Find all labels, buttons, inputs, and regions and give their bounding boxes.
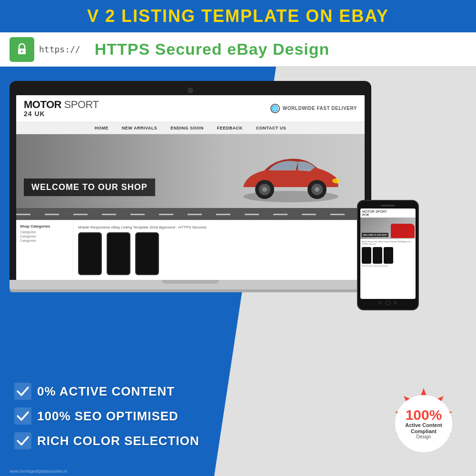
https-secured-text: HTTPS Secured eBay Design (95, 40, 330, 59)
watermark: www.heritagedigitalassistée.re (10, 469, 67, 474)
phone-img-3 (135, 232, 159, 275)
feature-text-3: RICH COLOR SELECTION (37, 434, 199, 448)
svg-point-5 (262, 187, 267, 192)
laptop-notch (188, 88, 193, 93)
laptop-base (10, 280, 371, 289)
phone-mini-2 (373, 247, 382, 264)
badge-percent: 100% (406, 408, 442, 422)
svg-point-1 (21, 50, 23, 52)
main-area: MOTOR SPORT 24 UK 🌐 WORLDWIDE FAST DELIV… (0, 67, 476, 476)
feature-2: 100% SEO OPTIMISED (14, 407, 199, 425)
phone: MOTOR SPORT 24 UK WELCOME TO OUR SHOP Mo… (357, 200, 419, 310)
badge-line1: Active Content (405, 422, 442, 428)
badge-container: 100% Active Content Compliant Design (386, 386, 462, 462)
phone-extra-text: Mobile Responsive eBay Listing Template (362, 265, 414, 267)
features-list: 0% ACTIVE CONTENT 100% SEO OPTIMISED RIC… (14, 383, 199, 457)
motor-text: MOTOR (24, 99, 61, 110)
phone-speaker (381, 205, 395, 207)
phone-hero: WELCOME TO OUR SHOP (360, 218, 416, 239)
nav-new-arrivals[interactable]: NEW ARRIVALS (115, 122, 164, 134)
site-categories: Shop Categories Categories Categories Ca… (16, 220, 73, 280)
categories-title: Shop Categories (20, 224, 69, 228)
badge-inner: 100% Active Content Compliant Design (395, 395, 452, 452)
phone-content: Mobile Responsive eBay Listing Template … (360, 239, 416, 268)
checkmark-icon-3 (14, 432, 31, 449)
phone-main-text: Mobile Responsive eBay Listing Template … (362, 240, 414, 245)
main-content-text: Mobile Responsive eBay Listing Template … (78, 225, 360, 229)
badge-line3: Design (416, 434, 431, 439)
nav-contact-us[interactable]: CONTACT US (249, 122, 293, 134)
header-title-text: V 2 LISTING TEMPLATE ON EBAY (87, 6, 389, 26)
laptop-screen-outer: MOTOR SPORT 24 UK 🌐 WORLDWIDE FAST DELIV… (10, 81, 371, 280)
phone-mini-3 (384, 247, 393, 264)
phone-mockup: MOTOR SPORT 24 UK WELCOME TO OUR SHOP Mo… (357, 200, 419, 310)
checkmark-icon-2 (14, 407, 31, 425)
checkmark-icon-1 (14, 383, 31, 400)
globe-icon: 🌐 (270, 104, 280, 113)
site-logo: MOTOR SPORT 24 UK (24, 99, 99, 118)
svg-point-8 (315, 187, 319, 192)
phone-bottom-bar (360, 300, 416, 306)
page-title: V 2 LISTING TEMPLATE ON EBAY (87, 6, 389, 26)
phone-img-1 (78, 232, 102, 275)
site-nav: HOME NEW ARRIVALS ENDING SOON FEEDBACK C… (16, 122, 365, 134)
phone-welcome: WELCOME TO OUR SHOP (362, 233, 388, 237)
laptop: MOTOR SPORT 24 UK 🌐 WORLDWIDE FAST DELIV… (10, 81, 371, 292)
phone-home-btn (386, 300, 390, 305)
feature-3: RICH COLOR SELECTION (14, 432, 199, 449)
svg-point-9 (332, 178, 340, 183)
feature-text-2: 100% SEO OPTIMISED (37, 409, 178, 424)
nav-ending-soon[interactable]: ENDING SOON (164, 122, 210, 134)
laptop-screen-inner: MOTOR SPORT 24 UK 🌐 WORLDWIDE FAST DELIV… (16, 95, 365, 280)
hero-welcome-text: WELCOME TO OUR SHOP (24, 178, 155, 196)
nav-home[interactable]: HOME (88, 122, 115, 134)
phone-site-header: MOTOR SPORT 24 UK (360, 208, 416, 218)
cat-2: Categories (20, 235, 69, 238)
site-bottom: Shop Categories Categories Categories Ca… (16, 220, 365, 280)
delivery-info: 🌐 WORLDWIDE FAST DELIVERY (270, 104, 357, 113)
logo-uk: 24 UK (24, 110, 99, 118)
site-hero: WELCOME TO OUR SHOP (16, 134, 365, 220)
logo-motor: MOTOR SPORT (24, 99, 99, 110)
laptop-mockup: MOTOR SPORT 24 UK 🌐 WORLDWIDE FAST DELIV… (10, 81, 371, 292)
nav-feedback[interactable]: FEEDBACK (210, 122, 249, 134)
lock-icon (10, 37, 34, 62)
site-main-content: Mobile Responsive eBay Listing Template … (73, 220, 365, 280)
phone-btn-2 (394, 301, 397, 304)
feature-text-1: 0% ACTIVE CONTENT (37, 384, 175, 399)
phone-logo: MOTOR SPORT 24 UK (362, 210, 414, 216)
phone-car (391, 224, 415, 238)
https-bar: https:// HTTPS Secured eBay Design (0, 32, 476, 67)
site-phones (78, 232, 360, 275)
sport-text: SPORT (61, 99, 99, 110)
phone-phones-row (362, 247, 414, 264)
top-header: V 2 LISTING TEMPLATE ON EBAY (0, 0, 476, 32)
phone-img-2 (107, 232, 130, 275)
hero-car (236, 147, 346, 210)
delivery-text: WORLDWIDE FAST DELIVERY (283, 106, 357, 111)
phone-screen: MOTOR SPORT 24 UK WELCOME TO OUR SHOP Mo… (360, 208, 416, 299)
site-header: MOTOR SPORT 24 UK 🌐 WORLDWIDE FAST DELIV… (16, 95, 365, 122)
feature-1: 0% ACTIVE CONTENT (14, 383, 199, 400)
badge-line2: Compliant (411, 428, 436, 434)
phone-mini-1 (362, 247, 371, 264)
phone-btn-1 (379, 301, 382, 304)
cat-3: Categories (20, 239, 69, 242)
badge: 100% Active Content Compliant Design (386, 386, 462, 462)
cat-1: Categories (20, 230, 69, 234)
laptop-foot (10, 289, 371, 292)
url-text: https:// (39, 44, 80, 54)
